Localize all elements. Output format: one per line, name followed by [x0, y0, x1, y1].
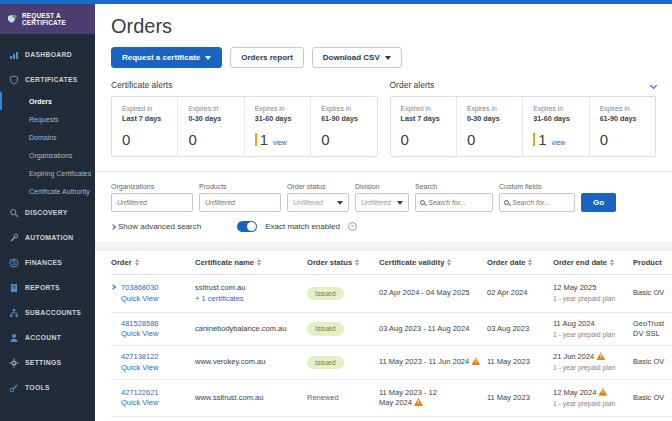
sidebar-item-tools[interactable]: TOOLS — [0, 375, 95, 400]
order-number-link[interactable]: 427122621 — [121, 388, 189, 398]
quick-view-link[interactable]: Quick View — [121, 363, 189, 373]
show-advanced-search-link[interactable]: Show advanced search — [111, 222, 201, 231]
alerts-section: Certificate alerts Expired in Last 7 day… — [95, 68, 672, 172]
product-name: GeoTrust DV SSL — [633, 319, 672, 339]
table-row: 427138122 Quick View www.verokey.com.au … — [111, 346, 672, 380]
reports-icon — [9, 283, 19, 293]
shield-plus-icon — [7, 14, 17, 24]
search-input[interactable] — [428, 199, 488, 206]
alert-count: 0 — [321, 131, 376, 148]
organizations-filter-input[interactable] — [111, 193, 193, 212]
sidebar-item-discovery[interactable]: DISCOVERY — [0, 200, 95, 225]
expand-row-chevron-icon[interactable] — [110, 285, 116, 291]
table-row: 481528586 Quick View caninebodybalance.c… — [111, 313, 672, 346]
request-a-certificate-button[interactable]: REQUEST A CERTIFICATE — [0, 4, 95, 34]
exact-match-toggle[interactable] — [237, 221, 257, 232]
order-number-link[interactable]: 703868030 — [121, 283, 189, 293]
request-a-certificate-dropdown-button[interactable]: Request a certificate — [111, 47, 222, 68]
sidebar-item-requests[interactable]: Requests — [0, 110, 95, 128]
download-csv-dropdown-button[interactable]: Download CSV — [312, 47, 402, 68]
help-icon[interactable]: ? — [348, 222, 357, 231]
more-certificates-link[interactable]: + 1 certificates — [195, 294, 301, 304]
plan-label: 1 - year prepaid plan — [553, 399, 627, 408]
orders-report-button[interactable]: Orders report — [230, 47, 304, 68]
table-row: 260211511 — [111, 417, 672, 421]
sort-icon — [355, 259, 359, 266]
certificates-icon — [9, 75, 19, 85]
plan-label: 1 - year prepaid plan — [553, 330, 627, 339]
plan-label: 1 - year prepaid plan — [553, 294, 627, 303]
warning-icon — [414, 398, 423, 406]
column-header-order-status[interactable]: Order status — [307, 258, 373, 267]
sidebar-item-reports[interactable]: REPORTS — [0, 275, 95, 300]
order-end-date: 11 Aug 2024 — [553, 319, 627, 329]
certificate-validity: 02 Apr 2024 - 04 May 2025 — [379, 288, 481, 298]
sidebar-item-subaccounts[interactable]: SUBACCOUNTS — [0, 300, 95, 325]
sort-icon — [528, 259, 532, 266]
alert-cell-expires-31-60-days: Expires in 31-60 days 1 view — [523, 97, 589, 156]
sidebar-item-certificate-authority[interactable]: Certificate Authority — [0, 182, 95, 200]
collapse-chevron-icon[interactable] — [650, 81, 657, 88]
products-filter-input[interactable] — [199, 193, 281, 212]
sidebar-item-expiring-certificates[interactable]: Expiring Certificates — [0, 164, 95, 182]
page-title: Orders — [111, 15, 656, 38]
sidebar-item-automation[interactable]: AUTOMATION — [0, 225, 95, 250]
exact-match-label: Exact match enabled — [265, 222, 340, 231]
orders-table: Order Certificate name Order status Cert… — [95, 251, 672, 421]
quick-view-link[interactable]: Quick View — [121, 398, 189, 408]
finances-icon: $ — [9, 258, 19, 268]
alert-cell-expires-31-60-days: Expires in 31-60 days 1 view — [245, 97, 311, 156]
plan-label: 1 - year prepaid plan — [553, 363, 627, 372]
certificate-name: www.verokey.com.au — [195, 357, 301, 367]
status-badge: Issued — [307, 287, 344, 300]
order-date: 11 May 2023 — [487, 393, 547, 403]
division-select[interactable]: Unfiltered — [355, 193, 409, 212]
table-row: 703868030 Quick View ssltrust.com.au + 1… — [111, 275, 672, 313]
sort-icon — [610, 259, 614, 266]
quick-view-link[interactable]: Quick View — [121, 329, 189, 339]
column-header-certificate-name[interactable]: Certificate name — [195, 258, 301, 267]
discovery-icon — [9, 208, 19, 218]
chevron-right-icon — [110, 224, 116, 230]
dashboard-icon — [9, 50, 19, 60]
sidebar-item-finances[interactable]: $ FINANCES — [0, 250, 95, 275]
alert-cell-expires-0-30-days: Expires in 0-30 days 0 — [178, 97, 244, 156]
order-number-link[interactable]: 481528586 — [121, 319, 189, 329]
order-number-link[interactable]: 427138122 — [121, 352, 189, 362]
sidebar-item-orders[interactable]: Orders — [0, 92, 95, 110]
alert-cell-expired-last-7-days: Expired in Last 7 days 0 — [112, 97, 178, 156]
status-badge: Issued — [307, 356, 344, 369]
view-link[interactable]: view — [552, 139, 566, 148]
column-header-order-date[interactable]: Order date — [487, 258, 547, 267]
section-divider — [95, 242, 672, 251]
sidebar-item-organizations[interactable]: Organizations — [0, 146, 95, 164]
order-status-select[interactable]: Unfiltered — [287, 193, 349, 212]
sidebar-item-account[interactable]: ACCOUNT — [0, 325, 95, 350]
column-header-order[interactable]: Order — [111, 258, 189, 267]
quick-view-link[interactable]: Quick View — [121, 294, 189, 304]
view-link[interactable]: view — [273, 139, 287, 148]
sidebar-item-certificates[interactable]: CERTIFICATES — [0, 67, 95, 92]
main-content: Orders Request a certificate Orders repo… — [95, 4, 672, 421]
sort-icon — [447, 259, 451, 266]
chevron-down-icon — [397, 201, 403, 205]
advanced-search-row: Show advanced search Exact match enabled… — [95, 212, 672, 242]
custom-fields-search-input[interactable] — [512, 199, 570, 206]
order-date: 03 Aug 2023 — [487, 324, 547, 334]
product-name: Basic OV — [633, 393, 672, 403]
sidebar-item-domains[interactable]: Domains — [0, 128, 95, 146]
status-badge: Issued — [307, 322, 344, 335]
go-button[interactable]: Go — [581, 193, 616, 212]
sidebar-item-dashboard[interactable]: DASHBOARD — [0, 42, 95, 67]
warning-icon — [471, 357, 480, 365]
search-icon — [504, 200, 509, 205]
column-header-certificate-validity[interactable]: Certificate validity — [379, 258, 481, 267]
certificate-name: ssltrust.com.au — [195, 283, 301, 293]
filters-bar: Organizations Products Order status Unfi… — [95, 172, 672, 212]
alert-count: 1 — [260, 131, 268, 148]
automation-icon — [9, 233, 19, 243]
sidebar: REQUEST A CERTIFICATE DASHBOARD CERTIFIC… — [0, 4, 95, 421]
alert-count: 0 — [600, 131, 655, 148]
sidebar-item-settings[interactable]: SETTINGS — [0, 350, 95, 375]
column-header-order-end-date[interactable]: Order end date — [553, 258, 627, 267]
